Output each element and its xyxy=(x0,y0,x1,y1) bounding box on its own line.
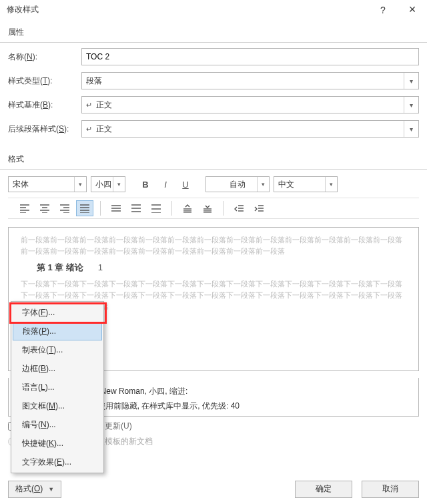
name-input[interactable] xyxy=(81,48,419,65)
font-color-select[interactable]: 自动▾ xyxy=(205,176,270,192)
template-docs-label: 该模板的新文档 xyxy=(97,436,153,447)
separator xyxy=(171,201,172,216)
paragraph-toolbar xyxy=(8,198,419,219)
font-toolbar: 宋体▾ 小四▾ B I U 自动▾ 中文▾ xyxy=(0,170,427,198)
chevron-down-icon: ▾ xyxy=(325,177,337,192)
pilcrow-icon: ↵ xyxy=(86,125,92,134)
dialog-footer: 格式(O)▼ 确定 取消 xyxy=(0,473,427,504)
menu-numbering[interactable]: 编号(N)... xyxy=(13,415,102,434)
space-before-inc-button[interactable] xyxy=(179,200,196,216)
section-properties: 属性 xyxy=(0,20,427,42)
align-center-button[interactable] xyxy=(36,200,53,216)
menu-texteffects[interactable]: 文字效果(E)... xyxy=(13,453,102,471)
line-spacing-2-button[interactable] xyxy=(147,200,165,216)
align-right-button[interactable] xyxy=(56,200,73,216)
style-type-value: 段落 xyxy=(86,75,102,87)
font-name-select[interactable]: 宋体▾ xyxy=(8,176,87,192)
chevron-down-icon: ▾ xyxy=(404,97,418,113)
following-value: 正文 xyxy=(96,123,112,135)
menu-tabs[interactable]: 制表位(T)... xyxy=(13,340,102,359)
properties-form: 名称(N): 样式类型(T): 段落 ▾ 样式基准(B): ↵ 正文 ▾ 后续段… xyxy=(0,43,427,147)
label-name: 名称(N): xyxy=(8,51,81,63)
align-left-button[interactable] xyxy=(16,200,33,216)
following-select[interactable]: ↵ 正文 ▾ xyxy=(81,120,419,138)
label-based-on: 样式基准(B): xyxy=(8,99,81,111)
dialog-title: 修改样式 xyxy=(7,4,368,15)
indent-inc-button[interactable] xyxy=(250,200,268,216)
close-button[interactable]: × xyxy=(398,0,427,20)
separator xyxy=(223,201,224,216)
section-format: 格式 xyxy=(0,147,427,169)
align-justify-button[interactable] xyxy=(76,200,93,216)
underline-button[interactable]: U xyxy=(177,176,193,192)
menu-font[interactable]: 字体(F)... xyxy=(13,303,102,322)
line-spacing-15-button[interactable] xyxy=(127,200,145,216)
menu-language[interactable]: 语言(L)... xyxy=(13,378,102,397)
based-on-select[interactable]: ↵ 正文 ▾ xyxy=(81,96,419,113)
style-type-select[interactable]: 段落 ▾ xyxy=(81,72,419,89)
menu-frame[interactable]: 图文框(M)... xyxy=(13,397,102,415)
language-select[interactable]: 中文▾ xyxy=(274,176,338,192)
format-menu: 字体(F)... 段落(P)... 制表位(T)... 边框(B)... 语言(… xyxy=(11,301,104,473)
indent-dec-button[interactable] xyxy=(230,200,248,216)
chevron-down-icon: ▾ xyxy=(74,177,86,192)
help-button[interactable]: ? xyxy=(368,0,398,20)
menu-border[interactable]: 边框(B)... xyxy=(13,359,102,378)
ok-button[interactable]: 确定 xyxy=(295,481,352,498)
menu-shortcut[interactable]: 快捷键(K)... xyxy=(13,434,102,453)
chevron-down-icon: ▾ xyxy=(257,177,269,192)
space-before-dec-button[interactable] xyxy=(199,200,216,216)
format-button[interactable]: 格式(O)▼ xyxy=(8,481,61,498)
chevron-down-icon: ▾ xyxy=(404,73,418,89)
italic-button[interactable]: I xyxy=(157,176,173,192)
label-following: 后续段落样式(S): xyxy=(8,123,81,135)
based-on-value: 正文 xyxy=(96,99,112,111)
separator xyxy=(100,201,101,216)
font-size-select[interactable]: 小四▾ xyxy=(91,176,125,192)
preview-before: 前一段落前一段落前一段落前一段落前一段落前一段落前一段落前一段落前一段落前一段落… xyxy=(21,234,406,257)
cancel-button[interactable]: 取消 xyxy=(362,481,419,498)
chevron-down-icon: ▾ xyxy=(113,177,125,192)
chevron-down-icon: ▾ xyxy=(404,121,418,137)
titlebar: 修改样式 ? × xyxy=(0,0,427,20)
line-spacing-1-button[interactable] xyxy=(107,200,125,216)
triangle-down-icon: ▼ xyxy=(48,486,54,493)
preview-sample: 第 1 章 绪论 1 xyxy=(21,257,406,278)
menu-paragraph[interactable]: 段落(P)... xyxy=(13,322,102,340)
bold-button[interactable]: B xyxy=(137,176,153,192)
label-style-type: 样式类型(T): xyxy=(8,75,81,87)
pilcrow-icon: ↵ xyxy=(86,101,92,109)
